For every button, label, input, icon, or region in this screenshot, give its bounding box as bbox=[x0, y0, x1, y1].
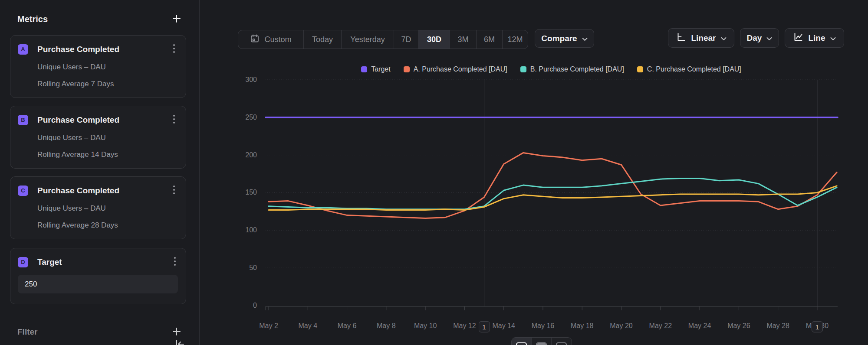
metric-menu-button[interactable] bbox=[172, 256, 178, 268]
chart-view-icon bbox=[516, 342, 527, 345]
metric-card-header: A Purchase Completed bbox=[18, 43, 177, 55]
range-30d[interactable]: 30D bbox=[419, 30, 450, 49]
metric-unit: Unique Users – DAU bbox=[37, 133, 177, 143]
x-axis-label: May 16 bbox=[523, 322, 562, 330]
metric-menu-button[interactable] bbox=[171, 184, 177, 197]
view-split-button[interactable] bbox=[532, 338, 552, 345]
metric-rollup: Rolling Average 28 Days bbox=[37, 220, 177, 231]
x-axis-label: May 4 bbox=[288, 322, 327, 330]
plus-icon bbox=[171, 326, 182, 338]
x-axis-label: May 26 bbox=[719, 322, 758, 330]
y-axis-label: 200 bbox=[226, 151, 257, 159]
x-axis-label: May 22 bbox=[641, 322, 680, 330]
metric-card-header: D Target bbox=[18, 256, 178, 268]
scale-label: Linear bbox=[691, 33, 716, 43]
range-custom[interactable]: Custom bbox=[238, 30, 304, 49]
metric-card-header: C Purchase Completed bbox=[18, 184, 177, 197]
scale-dropdown[interactable]: Linear bbox=[668, 28, 734, 48]
metric-card-a[interactable]: A Purchase Completed Unique Users – DAU … bbox=[10, 35, 186, 98]
kebab-icon bbox=[173, 189, 175, 196]
x-axis-label: May 28 bbox=[759, 322, 798, 330]
compare-label: Compare bbox=[541, 34, 577, 43]
calendar-icon bbox=[250, 34, 260, 46]
y-axis-label: 300 bbox=[226, 75, 257, 84]
y-axis-label: 250 bbox=[226, 113, 257, 122]
kebab-icon bbox=[174, 261, 176, 267]
y-axis-label: 100 bbox=[226, 226, 257, 234]
range-label: Today bbox=[312, 35, 333, 44]
metric-title: Target bbox=[37, 257, 172, 267]
date-range-control: Custom Today Yesterday 7D 30D 3M 6M 12M bbox=[238, 30, 528, 49]
range-6m[interactable]: 6M bbox=[477, 30, 503, 49]
filter-section-header: Filter bbox=[17, 326, 182, 338]
range-label: 3M bbox=[457, 35, 468, 44]
chevron-down-icon bbox=[582, 34, 588, 43]
metric-menu-button[interactable] bbox=[171, 43, 177, 55]
range-12m[interactable]: 12M bbox=[503, 30, 528, 49]
chevron-down-icon bbox=[721, 33, 727, 43]
add-metric-button[interactable] bbox=[171, 13, 182, 25]
metric-menu-button[interactable] bbox=[171, 114, 177, 126]
metric-unit: Unique Users – DAU bbox=[37, 62, 177, 72]
x-axis-label: May 8 bbox=[367, 322, 406, 330]
metrics-sidebar: Metrics A Purchase Completed Unique User… bbox=[0, 0, 200, 345]
compare-dropdown[interactable]: Compare bbox=[535, 29, 594, 48]
metric-letter-badge: A bbox=[18, 44, 28, 55]
range-yesterday[interactable]: Yesterday bbox=[342, 30, 394, 49]
metric-card-header: B Purchase Completed bbox=[18, 114, 177, 126]
metric-card-target[interactable]: D Target bbox=[10, 248, 186, 304]
add-filter-button[interactable] bbox=[171, 326, 182, 338]
metric-card-b[interactable]: B Purchase Completed Unique Users – DAU … bbox=[10, 106, 186, 169]
x-axis-label: May 18 bbox=[562, 322, 602, 330]
range-label: 30D bbox=[427, 35, 441, 44]
granularity-dropdown[interactable]: Day bbox=[740, 28, 779, 48]
y-axis-label: 150 bbox=[226, 188, 257, 197]
chevron-down-icon bbox=[766, 33, 772, 43]
plus-icon bbox=[171, 13, 182, 25]
table-view-icon bbox=[556, 342, 567, 345]
series-line[interactable] bbox=[269, 179, 837, 209]
view-chart-button[interactable] bbox=[512, 338, 532, 345]
annotation-badge[interactable]: 1 bbox=[479, 321, 490, 332]
sidebar-title: Metrics bbox=[17, 14, 48, 24]
metric-card-c[interactable]: C Purchase Completed Unique Users – DAU … bbox=[10, 176, 186, 239]
metric-letter-badge: B bbox=[18, 115, 28, 125]
chevron-down-icon bbox=[830, 33, 836, 43]
x-axis-label: May 6 bbox=[328, 322, 367, 330]
x-axis-label: May 2 bbox=[249, 322, 288, 330]
metric-letter-badge: D bbox=[18, 257, 28, 267]
x-axis-label: May 12 bbox=[445, 322, 484, 330]
range-label: Yesterday bbox=[350, 35, 385, 44]
range-3m[interactable]: 3M bbox=[450, 30, 477, 49]
series-line[interactable] bbox=[269, 186, 837, 210]
metric-unit: Unique Users – DAU bbox=[37, 203, 177, 214]
annotation-badge[interactable]: 1 bbox=[812, 321, 823, 332]
metric-title: Purchase Completed bbox=[37, 115, 171, 125]
target-value-input[interactable] bbox=[18, 275, 178, 293]
range-label: Custom bbox=[264, 35, 291, 44]
line-chart-icon bbox=[793, 32, 803, 44]
kebab-icon bbox=[173, 48, 175, 55]
x-axis-label: May 24 bbox=[680, 322, 719, 330]
metric-title: Purchase Completed bbox=[37, 186, 171, 195]
range-label: 7D bbox=[401, 35, 411, 44]
range-label: 12M bbox=[507, 35, 523, 44]
chart-type-dropdown[interactable]: Line bbox=[785, 28, 844, 48]
sidebar-footer-divider bbox=[0, 330, 200, 330]
granularity-label: Day bbox=[747, 33, 762, 43]
metric-rollup: Rolling Average 7 Days bbox=[37, 79, 177, 89]
range-today[interactable]: Today bbox=[304, 30, 342, 49]
metric-letter-badge: C bbox=[18, 186, 28, 196]
split-view-icon bbox=[536, 342, 547, 345]
metric-title: Purchase Completed bbox=[37, 45, 171, 54]
collapse-sidebar-button[interactable] bbox=[174, 338, 185, 345]
metrics-line-chart[interactable] bbox=[208, 56, 868, 345]
filter-label: Filter bbox=[17, 327, 37, 337]
range-7d[interactable]: 7D bbox=[394, 30, 419, 49]
chart-type-label: Line bbox=[808, 33, 825, 43]
view-switcher bbox=[511, 337, 572, 345]
y-axis-label: 0 bbox=[226, 301, 257, 310]
view-table-button[interactable] bbox=[552, 338, 572, 345]
y-axis-label: 50 bbox=[226, 264, 257, 272]
x-axis-label: May 10 bbox=[406, 322, 445, 330]
